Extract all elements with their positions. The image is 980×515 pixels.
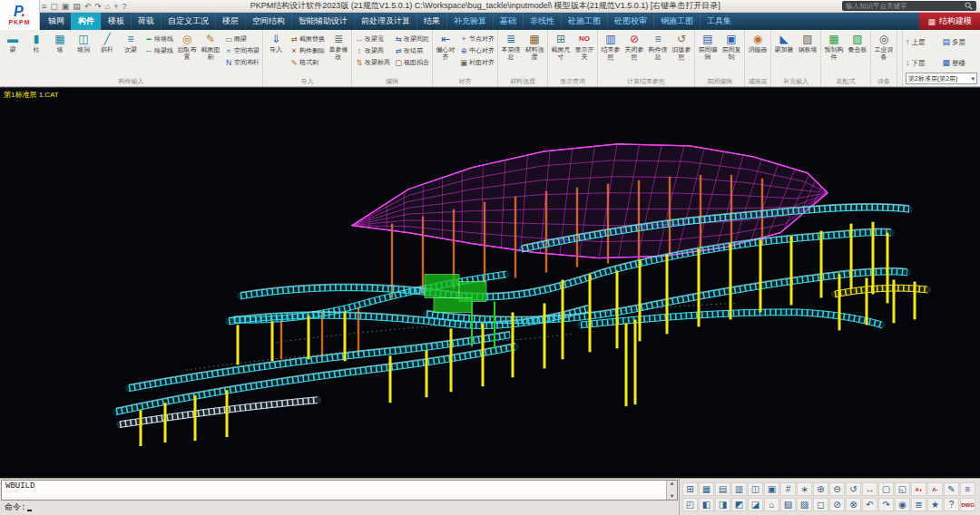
help-icon[interactable]: ? <box>944 498 959 511</box>
command-scrollbar[interactable]: ▲ ▼ <box>666 481 677 500</box>
display-toggle-button[interactable]: NO显示开关 <box>573 30 596 76</box>
draw-wall-line-button[interactable]: ━绘墙线 <box>142 33 175 44</box>
command-line[interactable]: 命令: <box>1 500 678 514</box>
axis-display-icon[interactable]: # <box>780 482 796 496</box>
space-beam-button[interactable]: ≈空间布梁 <box>222 44 261 56</box>
draw-beam-line-button[interactable]: ─绘梁线 <box>142 44 175 56</box>
tab-nonlinear[interactable]: 非线性 <box>523 13 561 30</box>
scroll-down-icon[interactable]: ▼ <box>671 493 674 500</box>
hidden-line-icon[interactable]: ▨ <box>797 498 812 511</box>
offset-align-button[interactable]: ⇤偏心对齐 <box>434 30 457 76</box>
zoom-in-icon[interactable]: ⊕ <box>813 482 828 496</box>
dwg-export-icon[interactable]: DWG <box>960 498 975 511</box>
pick-place-button[interactable]: ◎抬取布置 <box>175 30 199 76</box>
redo-icon[interactable]: ↷ <box>94 1 102 12</box>
lower-story-button[interactable]: ↓ 下层 <box>906 53 941 73</box>
tab-foundation[interactable]: 基础 <box>493 13 523 30</box>
node-align-button[interactable]: +节点对齐 <box>457 33 496 44</box>
member-info-button[interactable]: ≡构件信息 <box>646 30 670 76</box>
ring-beam-button[interactable]: ▭圈梁 <box>222 33 261 44</box>
floor-info-button[interactable]: ≣本层信息 <box>499 30 523 76</box>
import-button[interactable]: ⇓导入 <box>264 30 288 76</box>
composite-slab-button[interactable]: ▧叠合板 <box>846 30 869 76</box>
wireframe-icon[interactable]: ◻ <box>813 498 828 511</box>
locate-icon[interactable]: ◉ <box>895 498 910 511</box>
zoom-out-icon[interactable]: ⊖ <box>829 482 845 496</box>
search-icon[interactable] <box>965 2 973 10</box>
result-reference-button[interactable]: ▥结果参照 <box>599 30 622 76</box>
edit-beam-spacing-button[interactable]: ⇆改梁间距 <box>392 33 431 44</box>
undo-icon[interactable]: ↶ <box>84 1 92 12</box>
pan-view-icon[interactable]: ↔ <box>862 482 877 496</box>
section-replace-button[interactable]: ⇄截面替换 <box>288 33 327 44</box>
section-size-button[interactable]: ⊞截面尺寸 <box>549 30 573 76</box>
zoom-extents-icon[interactable]: ◱ <box>895 482 910 496</box>
annotate-icon[interactable]: ✎ <box>944 482 959 496</box>
edit-beam-width-button[interactable]: ↔改梁宽 <box>353 33 392 44</box>
tab-members[interactable]: 构件 <box>71 13 101 30</box>
tab-results[interactable]: 结果 <box>416 13 446 30</box>
app-menu-icon[interactable]: ≡ <box>42 1 46 12</box>
tab-supplementary-check[interactable]: 补充验算 <box>446 13 493 30</box>
slab-display-icon[interactable]: ▣ <box>764 482 779 496</box>
tab-concrete-review[interactable]: 砼图校审 <box>607 13 653 30</box>
scroll-up-icon[interactable]: ▲ <box>671 481 674 487</box>
iso-view-icon[interactable]: ◩ <box>731 498 747 511</box>
pkpm-logo[interactable]: P. PKPM <box>0 0 40 30</box>
precast-member-button[interactable]: ▦预制构件 <box>822 30 846 76</box>
beam-haunch-button[interactable]: ◣梁加腋 <box>772 30 796 76</box>
param-edit-button[interactable]: ≣单参修改 <box>327 30 350 76</box>
material-strength-button[interactable]: ▦材料强度 <box>523 30 546 76</box>
search-box[interactable] <box>842 1 976 11</box>
font-decrease-icon[interactable]: A- <box>927 482 943 496</box>
grid-toggle-icon[interactable]: ⊞ <box>682 482 698 496</box>
favorites-icon[interactable]: ★ <box>927 498 943 511</box>
wall-opening-button[interactable]: ◫墙洞 <box>72 30 95 76</box>
brace-button[interactable]: ╱斜杆 <box>95 30 119 76</box>
column-display-icon[interactable]: ▥ <box>731 482 747 496</box>
new-file-icon[interactable]: ▢ <box>50 1 58 12</box>
node-display-icon[interactable]: ∗ <box>797 482 812 496</box>
close-reference-button[interactable]: ⊘关闭参照 <box>622 30 646 76</box>
beam-button[interactable]: ▬梁 <box>1 30 24 76</box>
pin-icon[interactable]: + <box>113 1 118 12</box>
multi-story-button[interactable]: ▤ 多层 <box>943 33 978 52</box>
print-icon[interactable]: ▤ <box>73 1 81 12</box>
legacy-reference-button[interactable]: ↺旧版参照 <box>670 30 693 76</box>
perspective-view-icon[interactable]: ◪ <box>748 498 763 511</box>
edit-split-level-button[interactable]: ⇄改错层 <box>392 44 431 56</box>
model-viewport[interactable]: 第1标准层 1.CAT <box>0 87 980 478</box>
top-view-icon[interactable]: ◰ <box>682 498 698 511</box>
secondary-beam-button[interactable]: ≡次梁 <box>119 30 142 76</box>
tab-custom-cases[interactable]: 自定义工况 <box>161 13 215 30</box>
hide-element-icon[interactable]: ⊘ <box>829 498 845 511</box>
beam-display-icon[interactable]: ▤ <box>715 482 730 496</box>
edit-beam-height-button[interactable]: ↕改梁高 <box>353 44 392 56</box>
steel-plate-wall-button[interactable]: ▨钢板墙 <box>796 30 819 76</box>
previous-view-icon[interactable]: ↶ <box>862 498 877 511</box>
tab-stories[interactable]: 楼层 <box>215 13 245 30</box>
member-delete-button[interactable]: ×构件删除 <box>288 44 327 56</box>
structure-modeling-button[interactable]: ▦ 结构建模 <box>919 13 980 30</box>
tab-axis-grid[interactable]: 轴网 <box>42 13 71 30</box>
home-view-icon[interactable]: ⌂ <box>764 498 779 511</box>
tab-concrete-drawings[interactable]: 砼施工图 <box>561 13 607 30</box>
space-bar-button[interactable]: N空间布杆 <box>222 56 261 68</box>
tab-loads[interactable]: 荷载 <box>131 13 161 30</box>
tab-preprocess-calc[interactable]: 前处理及计算 <box>354 13 416 30</box>
fill-toggle-icon[interactable]: ▦ <box>699 482 714 496</box>
wall-display-icon[interactable]: ◫ <box>748 482 763 496</box>
help-icon[interactable]: ? <box>122 1 127 12</box>
tab-steel-drawings[interactable]: 钢施工图 <box>653 13 700 30</box>
view-fit-button[interactable]: ▢视图拟合 <box>392 56 431 68</box>
display-menu-icon[interactable]: ≡ <box>960 482 975 496</box>
wall-button[interactable]: ▦墙 <box>48 30 72 76</box>
font-increase-icon[interactable]: A+ <box>911 482 926 496</box>
zoom-window-icon[interactable]: ▢ <box>878 482 894 496</box>
next-view-icon[interactable]: ↷ <box>878 498 894 511</box>
element-list-icon[interactable]: ≣ <box>911 498 926 511</box>
section-brush-button[interactable]: ✎截面图刷 <box>199 30 222 76</box>
underlay-align-button[interactable]: ▣衬图对齐 <box>457 56 496 68</box>
side-view-icon[interactable]: ◨ <box>715 498 730 511</box>
column-button[interactable]: ▮柱 <box>24 30 48 76</box>
